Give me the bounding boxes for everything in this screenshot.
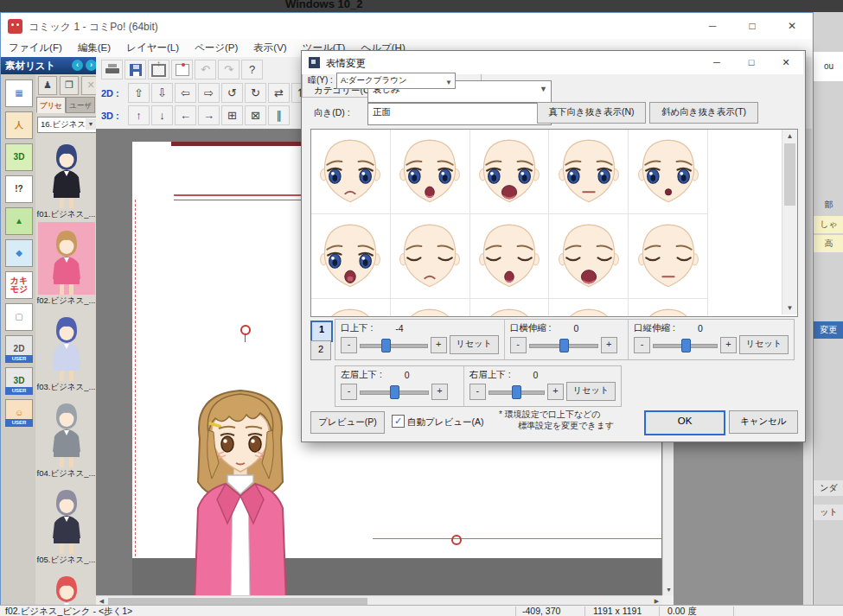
rotate-cw-icon[interactable]: ↻ bbox=[245, 83, 266, 103]
scroll-down-icon[interactable]: ▼ bbox=[782, 302, 797, 314]
face-option-r2c5[interactable] bbox=[311, 299, 391, 316]
show-downward-button[interactable]: 真下向き抜き表示(N) bbox=[537, 102, 646, 124]
mouth-width-slider-thumb[interactable] bbox=[559, 339, 569, 352]
face-option-r2c6[interactable] bbox=[391, 299, 470, 316]
move-up-3d-icon[interactable]: ↑ bbox=[128, 105, 150, 125]
material-item-f02[interactable]: f02.ビジネス_... bbox=[36, 222, 96, 308]
character-icon[interactable]: 人 bbox=[5, 111, 33, 139]
expression-page-1[interactable]: 1 bbox=[310, 321, 333, 342]
left-brow-slider-thumb[interactable] bbox=[390, 385, 399, 399]
background-icon[interactable]: ▲ bbox=[5, 207, 33, 235]
flip-horizontal-icon[interactable]: ⇄ bbox=[268, 83, 290, 103]
move-left-2d-icon[interactable]: ⇦ bbox=[175, 83, 196, 103]
right-brow-minus-button[interactable]: - bbox=[469, 384, 486, 400]
material-thumbnail-f01[interactable] bbox=[38, 136, 95, 208]
user-face-icon[interactable]: ☺USER bbox=[5, 399, 33, 427]
mouth-height-minus-button[interactable]: - bbox=[634, 337, 650, 353]
face-option-r1c1[interactable] bbox=[311, 130, 391, 214]
face-option-r1c4[interactable] bbox=[549, 130, 629, 214]
move-left-3d-icon[interactable]: ← bbox=[175, 105, 196, 125]
material-item-f04[interactable]: f04.ビジネス_... bbox=[36, 395, 96, 481]
user-3d-icon[interactable]: 3DUSER bbox=[5, 367, 33, 395]
maximize-button[interactable]: □ bbox=[732, 13, 772, 39]
scrollbar-thumb[interactable] bbox=[108, 598, 367, 605]
scrollbar-thumb[interactable] bbox=[784, 143, 795, 206]
material-thumbnail-f02[interactable] bbox=[38, 222, 95, 295]
preview-button[interactable]: プレビュー(P) bbox=[310, 411, 385, 434]
print-icon[interactable] bbox=[101, 60, 123, 79]
mouth-updown-slider[interactable] bbox=[360, 338, 428, 352]
menu-page[interactable]: ページ(P) bbox=[187, 39, 246, 57]
mouth-height-slider[interactable] bbox=[653, 338, 718, 352]
face-option-r1c5[interactable] bbox=[629, 130, 708, 214]
material-category-select[interactable]: 16.ビジネス ▼ bbox=[37, 117, 98, 133]
scale-3d-icon[interactable]: ⊠ bbox=[245, 105, 266, 125]
face-option-r2c4[interactable] bbox=[629, 214, 708, 299]
mouth-updown-plus-button[interactable]: + bbox=[431, 337, 447, 353]
undo-icon[interactable]: ↶ bbox=[195, 60, 216, 79]
item-icon[interactable]: ◆ bbox=[5, 239, 33, 267]
move-right-2d-icon[interactable]: ⇨ bbox=[198, 83, 220, 103]
face-option-r3c2[interactable] bbox=[549, 299, 629, 316]
left-brow-minus-button[interactable]: - bbox=[341, 384, 357, 400]
rotate-ccw-icon[interactable]: ↺ bbox=[221, 83, 243, 103]
material-item-f01[interactable]: f01.ビジネス_... bbox=[36, 136, 96, 222]
mouth-width-plus-button[interactable]: + bbox=[601, 337, 617, 353]
user-2d-icon[interactable]: 2DUSER bbox=[5, 335, 33, 363]
collapse-panel-button[interactable]: ‹ bbox=[72, 60, 83, 71]
material-thumbnail-f04[interactable] bbox=[38, 395, 95, 467]
comic-panel-icon[interactable]: ▦ bbox=[5, 79, 33, 107]
left-brow-plus-button[interactable]: + bbox=[431, 384, 448, 400]
dialog-maximize-button[interactable]: □ bbox=[734, 51, 769, 74]
character-object[interactable] bbox=[167, 378, 314, 595]
move-up-2d-icon[interactable]: ⇧ bbox=[128, 83, 150, 103]
right-brow-slider[interactable] bbox=[489, 384, 545, 398]
cancel-button[interactable]: キャンセル bbox=[729, 410, 798, 434]
face-option-r3c3[interactable] bbox=[629, 299, 708, 316]
panel-template-icon[interactable]: ▢ bbox=[5, 303, 33, 331]
face-option-r1c2[interactable] bbox=[391, 130, 470, 214]
material-thumbnail-f03[interactable] bbox=[38, 308, 95, 381]
move-down-3d-icon[interactable]: ↓ bbox=[151, 105, 173, 125]
expression-grid-scrollbar[interactable]: ▲ ▼ bbox=[782, 130, 797, 314]
mouth-updown-minus-button[interactable]: - bbox=[341, 337, 357, 353]
redo-icon[interactable]: ↷ bbox=[218, 60, 239, 79]
mouth-width-slider[interactable] bbox=[529, 338, 598, 352]
menu-layer[interactable]: レイヤー(L) bbox=[118, 39, 187, 57]
ok-button[interactable]: OK bbox=[644, 410, 725, 435]
depth-3d-icon[interactable]: ∥ bbox=[268, 105, 290, 125]
menu-view[interactable]: 表示(V) bbox=[246, 39, 294, 57]
show-diagonal-button[interactable]: 斜め向き抜き表示(T) bbox=[649, 102, 758, 124]
kakimoji-icon[interactable]: カキモジ bbox=[5, 271, 33, 299]
dialog-close-button[interactable]: ✕ bbox=[769, 51, 803, 74]
material-item-f03[interactable]: f03.ビジネス_... bbox=[36, 308, 96, 395]
direction-select[interactable]: 正面 ▼ bbox=[367, 103, 552, 125]
mouth-width-minus-button[interactable]: - bbox=[510, 337, 527, 353]
face-option-r1c3[interactable] bbox=[470, 130, 550, 214]
dialog-minimize-button[interactable]: ─ bbox=[699, 51, 734, 74]
close-button[interactable]: ✕ bbox=[772, 13, 812, 39]
tab-user[interactable]: ユーザー bbox=[66, 97, 95, 113]
pin-board-icon[interactable] bbox=[171, 60, 193, 79]
mouth-height-slider-thumb[interactable] bbox=[681, 339, 691, 352]
menu-edit[interactable]: 編集(E) bbox=[70, 39, 118, 57]
menu-file[interactable]: ファイル(F) bbox=[1, 39, 70, 57]
move-down-2d-icon[interactable]: ⇩ bbox=[151, 83, 173, 103]
export-icon[interactable] bbox=[148, 60, 169, 79]
face-option-r2c3[interactable] bbox=[549, 214, 629, 299]
minimize-button[interactable]: ─ bbox=[693, 13, 732, 39]
balloon-icon[interactable]: !? bbox=[5, 175, 33, 203]
reset-pose-icon[interactable]: ⊞ bbox=[221, 105, 243, 125]
object-handle[interactable] bbox=[240, 325, 251, 335]
save-icon[interactable] bbox=[125, 60, 146, 79]
material-item-f06[interactable] bbox=[36, 568, 96, 606]
copy-material-button[interactable]: ❐ bbox=[60, 76, 79, 95]
pose-3d-icon[interactable]: 3D bbox=[5, 143, 33, 171]
material-item-f05[interactable]: f05.ビジネス_... bbox=[36, 481, 96, 568]
mouth-height-plus-button[interactable]: + bbox=[720, 337, 737, 353]
expression-page-2[interactable]: 2 bbox=[310, 340, 331, 360]
character-search-button[interactable]: ♟ bbox=[38, 76, 57, 95]
right-brow-reset-button[interactable]: リセット bbox=[566, 382, 616, 401]
material-thumbnail-f05[interactable] bbox=[38, 481, 95, 554]
face-option-r2c2[interactable] bbox=[470, 214, 550, 299]
